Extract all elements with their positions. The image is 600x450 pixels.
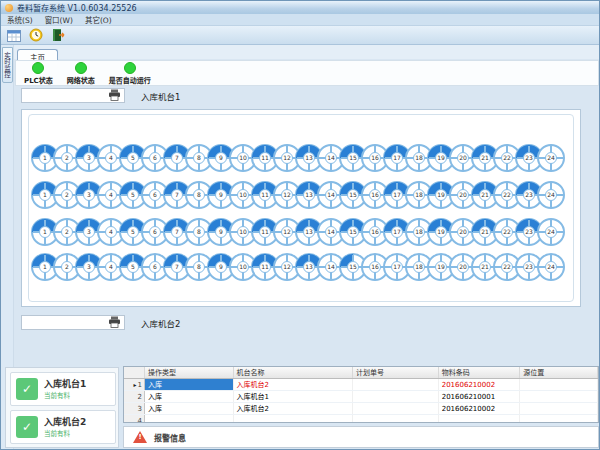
- storage-slot[interactable]: 24: [537, 144, 565, 172]
- table-cell[interactable]: 201606210002: [439, 379, 521, 390]
- table-cell[interactable]: [520, 379, 598, 390]
- table-cell[interactable]: 入库: [145, 379, 234, 390]
- slot-number: 15: [347, 152, 359, 164]
- menu-item[interactable]: 窗口(W): [45, 14, 73, 25]
- table-corner: [124, 367, 145, 378]
- storage-row: 123456789101112131415161718192021222324: [31, 181, 565, 209]
- slot-number: 8: [193, 189, 205, 201]
- table-cell[interactable]: [234, 415, 353, 423]
- slot-number: 1: [39, 261, 51, 273]
- slot-number: 1: [39, 189, 51, 201]
- side-panel-tab[interactable]: 实时监控: [2, 47, 13, 83]
- table-cell[interactable]: [520, 403, 598, 414]
- table-cell[interactable]: 入库: [145, 391, 234, 402]
- slot-number: 16: [369, 226, 381, 238]
- title-bar[interactable]: 卷料暂存系统 V1.0.6034.25526: [1, 1, 599, 14]
- storage-slot[interactable]: 24: [537, 181, 565, 209]
- status-indicator: 网络状态: [67, 61, 95, 85]
- storage-slot[interactable]: 24: [537, 253, 565, 281]
- slot-number: 1: [39, 152, 51, 164]
- toolbar: [1, 26, 599, 45]
- table-cell[interactable]: 201606210001: [439, 391, 521, 402]
- table-cell[interactable]: [439, 415, 521, 423]
- status-label: 是否自动运行: [109, 75, 151, 85]
- slot-number: 17: [391, 189, 403, 201]
- slot-number: 2: [61, 226, 73, 238]
- table-header-cell[interactable]: 物料条码: [439, 367, 521, 378]
- table-header-cell[interactable]: 源位置: [520, 367, 598, 378]
- exit-door-icon[interactable]: [49, 27, 66, 43]
- table-row[interactable]: 2入库入库机台1201606210001: [124, 391, 598, 403]
- clock-icon[interactable]: [27, 27, 44, 43]
- slot-number: 19: [435, 189, 447, 201]
- table-body: ▸1入库入库机台22016062100022入库入库机台120160621000…: [124, 379, 598, 423]
- slot-number: 7: [171, 189, 183, 201]
- app-icon: [5, 4, 13, 12]
- slot-number: 12: [281, 261, 293, 273]
- table-cell[interactable]: [353, 415, 439, 423]
- table-row[interactable]: ▸1入库入库机台2201606210002: [124, 379, 598, 391]
- task-table: 操作类型机台名称计划单号物料条码源位置 ▸1入库入库机台220160621000…: [123, 366, 599, 423]
- slot-number: 16: [369, 189, 381, 201]
- slot-number: 5: [127, 152, 139, 164]
- storage-slot[interactable]: 24: [537, 218, 565, 246]
- status-label: PLC状态: [24, 75, 53, 85]
- printer-icon[interactable]: [108, 313, 121, 332]
- machine-card-2[interactable]: ✓ 入库机台2 当前有料: [10, 410, 116, 444]
- window-title: 卷料暂存系统 V1.0.6034.25526: [17, 2, 137, 13]
- table-cell[interactable]: 入库机台1: [234, 391, 353, 402]
- slot-number: 7: [171, 226, 183, 238]
- table-header-cell[interactable]: 操作类型: [145, 367, 234, 378]
- table-cell[interactable]: [520, 415, 598, 423]
- machine-card-status: 当前有料: [44, 390, 86, 400]
- table-cell[interactable]: [353, 403, 439, 414]
- table-row[interactable]: 4: [124, 415, 598, 423]
- slot-number: 21: [479, 261, 491, 273]
- slot-number: 2: [61, 261, 73, 273]
- table-header-cell[interactable]: 机台名称: [234, 367, 353, 378]
- slot-number: 7: [171, 261, 183, 273]
- slot-number: 10: [237, 152, 249, 164]
- menu-item[interactable]: 其它(O): [85, 14, 112, 25]
- table-row[interactable]: 3入库入库机台2201606210002: [124, 403, 598, 415]
- status-label: 网络状态: [67, 75, 95, 85]
- table-cell[interactable]: 入库机台2: [234, 403, 353, 414]
- slot-number: 23: [523, 261, 535, 273]
- slot-number: 6: [149, 261, 161, 273]
- slot-number: 17: [391, 152, 403, 164]
- slot-number: 17: [391, 226, 403, 238]
- slot-number: 24: [545, 226, 557, 238]
- table-header-cell[interactable]: 计划单号: [353, 367, 439, 378]
- slot-number: 5: [127, 189, 139, 201]
- printer-icon[interactable]: [108, 86, 121, 105]
- section-box-machine1: [21, 88, 125, 103]
- slot-number: 16: [369, 152, 381, 164]
- row-header[interactable]: ▸1: [124, 379, 145, 390]
- row-header[interactable]: 4: [124, 415, 145, 423]
- slot-number: 6: [149, 189, 161, 201]
- machine-card-1[interactable]: ✓ 入库机台1 当前有料: [10, 372, 116, 406]
- row-select-arrow: ▸: [133, 379, 136, 390]
- slot-number: 19: [435, 226, 447, 238]
- table-cell[interactable]: 入库: [145, 403, 234, 414]
- table-cell[interactable]: 入库机台2: [234, 379, 353, 390]
- table-cell[interactable]: 201606210002: [439, 403, 521, 414]
- storage-row: 123456789101112131415161718192021222324: [31, 144, 565, 172]
- slot-number: 3: [83, 152, 95, 164]
- slot-number: 8: [193, 152, 205, 164]
- slot-number: 18: [413, 261, 425, 273]
- table-cell[interactable]: [353, 391, 439, 402]
- table-cell[interactable]: [520, 391, 598, 402]
- status-dot: [32, 62, 44, 74]
- slot-number: 11: [259, 152, 271, 164]
- table-cell[interactable]: [145, 415, 234, 423]
- slot-number: 23: [523, 189, 535, 201]
- calendar-icon[interactable]: [5, 27, 22, 43]
- slot-number: 22: [501, 261, 513, 273]
- row-header[interactable]: 3: [124, 403, 145, 414]
- row-header[interactable]: 2: [124, 391, 145, 402]
- table-cell[interactable]: [353, 379, 439, 390]
- menu-item[interactable]: 系统(S): [7, 14, 33, 25]
- slot-number: 15: [347, 226, 359, 238]
- slot-number: 8: [193, 261, 205, 273]
